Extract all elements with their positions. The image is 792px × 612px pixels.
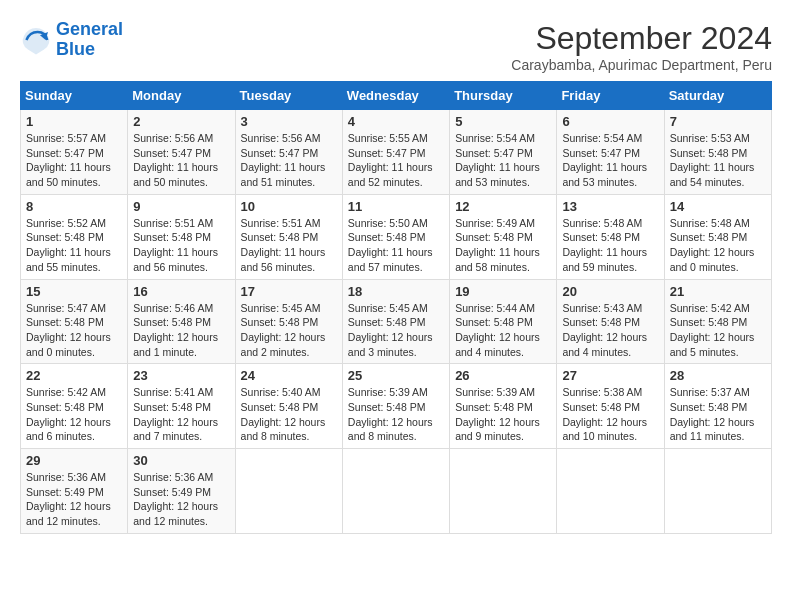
day-info: Sunrise: 5:51 AM Sunset: 5:48 PM Dayligh… — [133, 216, 229, 275]
calendar-table: Sunday Monday Tuesday Wednesday Thursday… — [20, 81, 772, 534]
table-row: 15 Sunrise: 5:47 AM Sunset: 5:48 PM Dayl… — [21, 279, 128, 364]
table-row: 25 Sunrise: 5:39 AM Sunset: 5:48 PM Dayl… — [342, 364, 449, 449]
day-info: Sunrise: 5:52 AM Sunset: 5:48 PM Dayligh… — [26, 216, 122, 275]
table-row — [342, 449, 449, 534]
day-number: 22 — [26, 368, 122, 383]
table-row: 16 Sunrise: 5:46 AM Sunset: 5:48 PM Dayl… — [128, 279, 235, 364]
col-monday: Monday — [128, 82, 235, 110]
logo-line2: Blue — [56, 39, 95, 59]
day-number: 23 — [133, 368, 229, 383]
table-row: 13 Sunrise: 5:48 AM Sunset: 5:48 PM Dayl… — [557, 194, 664, 279]
day-number: 14 — [670, 199, 766, 214]
table-row: 9 Sunrise: 5:51 AM Sunset: 5:48 PM Dayli… — [128, 194, 235, 279]
day-info: Sunrise: 5:55 AM Sunset: 5:47 PM Dayligh… — [348, 131, 444, 190]
logo-icon — [20, 24, 52, 56]
day-number: 29 — [26, 453, 122, 468]
day-info: Sunrise: 5:38 AM Sunset: 5:48 PM Dayligh… — [562, 385, 658, 444]
table-row: 20 Sunrise: 5:43 AM Sunset: 5:48 PM Dayl… — [557, 279, 664, 364]
day-info: Sunrise: 5:43 AM Sunset: 5:48 PM Dayligh… — [562, 301, 658, 360]
day-number: 3 — [241, 114, 337, 129]
day-info: Sunrise: 5:53 AM Sunset: 5:48 PM Dayligh… — [670, 131, 766, 190]
day-number: 12 — [455, 199, 551, 214]
day-info: Sunrise: 5:48 AM Sunset: 5:48 PM Dayligh… — [670, 216, 766, 275]
day-info: Sunrise: 5:44 AM Sunset: 5:48 PM Dayligh… — [455, 301, 551, 360]
day-number: 8 — [26, 199, 122, 214]
table-row: 7 Sunrise: 5:53 AM Sunset: 5:48 PM Dayli… — [664, 110, 771, 195]
day-info: Sunrise: 5:51 AM Sunset: 5:48 PM Dayligh… — [241, 216, 337, 275]
day-info: Sunrise: 5:41 AM Sunset: 5:48 PM Dayligh… — [133, 385, 229, 444]
table-row: 22 Sunrise: 5:42 AM Sunset: 5:48 PM Dayl… — [21, 364, 128, 449]
table-row — [557, 449, 664, 534]
day-info: Sunrise: 5:47 AM Sunset: 5:48 PM Dayligh… — [26, 301, 122, 360]
subtitle: Caraybamba, Apurimac Department, Peru — [511, 57, 772, 73]
day-info: Sunrise: 5:48 AM Sunset: 5:48 PM Dayligh… — [562, 216, 658, 275]
table-row: 30 Sunrise: 5:36 AM Sunset: 5:49 PM Dayl… — [128, 449, 235, 534]
table-row: 23 Sunrise: 5:41 AM Sunset: 5:48 PM Dayl… — [128, 364, 235, 449]
calendar-row: 29 Sunrise: 5:36 AM Sunset: 5:49 PM Dayl… — [21, 449, 772, 534]
table-row: 4 Sunrise: 5:55 AM Sunset: 5:47 PM Dayli… — [342, 110, 449, 195]
day-number: 18 — [348, 284, 444, 299]
day-number: 5 — [455, 114, 551, 129]
day-number: 16 — [133, 284, 229, 299]
logo: General Blue — [20, 20, 123, 60]
table-row: 19 Sunrise: 5:44 AM Sunset: 5:48 PM Dayl… — [450, 279, 557, 364]
day-info: Sunrise: 5:39 AM Sunset: 5:48 PM Dayligh… — [455, 385, 551, 444]
table-row: 11 Sunrise: 5:50 AM Sunset: 5:48 PM Dayl… — [342, 194, 449, 279]
day-info: Sunrise: 5:36 AM Sunset: 5:49 PM Dayligh… — [133, 470, 229, 529]
table-row: 2 Sunrise: 5:56 AM Sunset: 5:47 PM Dayli… — [128, 110, 235, 195]
day-number: 6 — [562, 114, 658, 129]
col-friday: Friday — [557, 82, 664, 110]
day-number: 13 — [562, 199, 658, 214]
day-number: 25 — [348, 368, 444, 383]
col-tuesday: Tuesday — [235, 82, 342, 110]
table-row: 21 Sunrise: 5:42 AM Sunset: 5:48 PM Dayl… — [664, 279, 771, 364]
day-info: Sunrise: 5:56 AM Sunset: 5:47 PM Dayligh… — [133, 131, 229, 190]
day-number: 9 — [133, 199, 229, 214]
day-info: Sunrise: 5:42 AM Sunset: 5:48 PM Dayligh… — [670, 301, 766, 360]
day-info: Sunrise: 5:40 AM Sunset: 5:48 PM Dayligh… — [241, 385, 337, 444]
day-number: 2 — [133, 114, 229, 129]
day-number: 24 — [241, 368, 337, 383]
day-number: 30 — [133, 453, 229, 468]
day-number: 21 — [670, 284, 766, 299]
calendar-row: 22 Sunrise: 5:42 AM Sunset: 5:48 PM Dayl… — [21, 364, 772, 449]
table-row — [235, 449, 342, 534]
calendar-header-row: Sunday Monday Tuesday Wednesday Thursday… — [21, 82, 772, 110]
day-number: 20 — [562, 284, 658, 299]
day-info: Sunrise: 5:49 AM Sunset: 5:48 PM Dayligh… — [455, 216, 551, 275]
day-info: Sunrise: 5:57 AM Sunset: 5:47 PM Dayligh… — [26, 131, 122, 190]
day-number: 15 — [26, 284, 122, 299]
day-info: Sunrise: 5:37 AM Sunset: 5:48 PM Dayligh… — [670, 385, 766, 444]
day-info: Sunrise: 5:42 AM Sunset: 5:48 PM Dayligh… — [26, 385, 122, 444]
month-title: September 2024 — [511, 20, 772, 57]
table-row: 1 Sunrise: 5:57 AM Sunset: 5:47 PM Dayli… — [21, 110, 128, 195]
day-number: 28 — [670, 368, 766, 383]
day-info: Sunrise: 5:54 AM Sunset: 5:47 PM Dayligh… — [562, 131, 658, 190]
table-row: 27 Sunrise: 5:38 AM Sunset: 5:48 PM Dayl… — [557, 364, 664, 449]
logo-line1: General — [56, 19, 123, 39]
day-number: 7 — [670, 114, 766, 129]
logo-text: General Blue — [56, 20, 123, 60]
day-number: 10 — [241, 199, 337, 214]
page-header: General Blue September 2024 Caraybamba, … — [20, 20, 772, 73]
table-row: 28 Sunrise: 5:37 AM Sunset: 5:48 PM Dayl… — [664, 364, 771, 449]
table-row: 3 Sunrise: 5:56 AM Sunset: 5:47 PM Dayli… — [235, 110, 342, 195]
calendar-row: 8 Sunrise: 5:52 AM Sunset: 5:48 PM Dayli… — [21, 194, 772, 279]
table-row: 24 Sunrise: 5:40 AM Sunset: 5:48 PM Dayl… — [235, 364, 342, 449]
day-number: 17 — [241, 284, 337, 299]
day-info: Sunrise: 5:36 AM Sunset: 5:49 PM Dayligh… — [26, 470, 122, 529]
col-thursday: Thursday — [450, 82, 557, 110]
table-row — [664, 449, 771, 534]
table-row — [450, 449, 557, 534]
day-number: 4 — [348, 114, 444, 129]
table-row: 10 Sunrise: 5:51 AM Sunset: 5:48 PM Dayl… — [235, 194, 342, 279]
day-info: Sunrise: 5:45 AM Sunset: 5:48 PM Dayligh… — [241, 301, 337, 360]
table-row: 6 Sunrise: 5:54 AM Sunset: 5:47 PM Dayli… — [557, 110, 664, 195]
day-number: 11 — [348, 199, 444, 214]
table-row: 17 Sunrise: 5:45 AM Sunset: 5:48 PM Dayl… — [235, 279, 342, 364]
day-number: 27 — [562, 368, 658, 383]
col-saturday: Saturday — [664, 82, 771, 110]
calendar-row: 1 Sunrise: 5:57 AM Sunset: 5:47 PM Dayli… — [21, 110, 772, 195]
table-row: 12 Sunrise: 5:49 AM Sunset: 5:48 PM Dayl… — [450, 194, 557, 279]
table-row: 14 Sunrise: 5:48 AM Sunset: 5:48 PM Dayl… — [664, 194, 771, 279]
